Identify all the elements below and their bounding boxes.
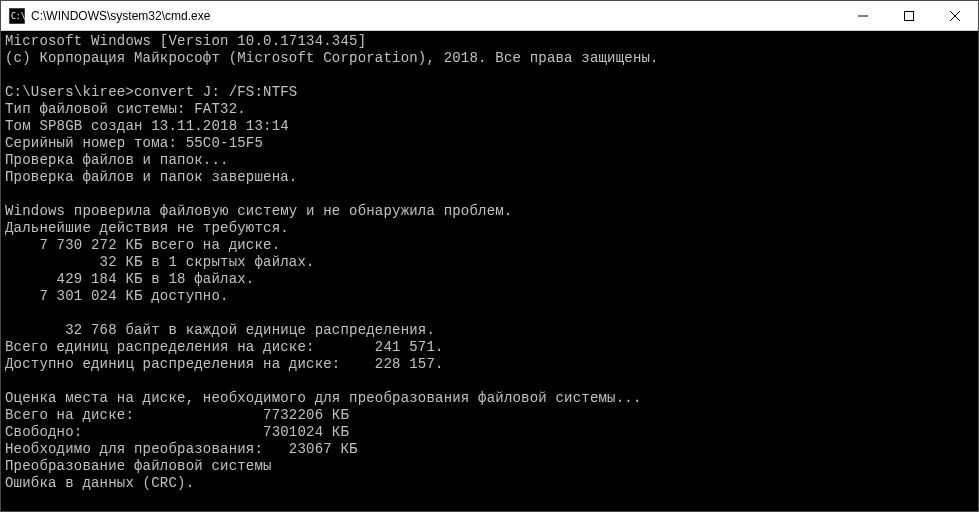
minimize-button[interactable] (840, 1, 886, 30)
svg-text:C:\: C:\ (11, 12, 25, 21)
window-controls (840, 1, 978, 30)
maximize-button[interactable] (886, 1, 932, 30)
terminal-output: Microsoft Windows [Version 10.0.17134.34… (5, 33, 974, 511)
close-button[interactable] (932, 1, 978, 30)
window-title: C:\WINDOWS\system32\cmd.exe (31, 9, 210, 23)
cmd-window: C:\ C:\WINDOWS\system32\cmd.exe Microsof… (0, 0, 979, 512)
svg-rect-4 (905, 11, 914, 20)
cmd-icon: C:\ (9, 8, 25, 24)
window-titlebar[interactable]: C:\ C:\WINDOWS\system32\cmd.exe (1, 1, 978, 31)
terminal-area[interactable]: Microsoft Windows [Version 10.0.17134.34… (1, 31, 978, 511)
